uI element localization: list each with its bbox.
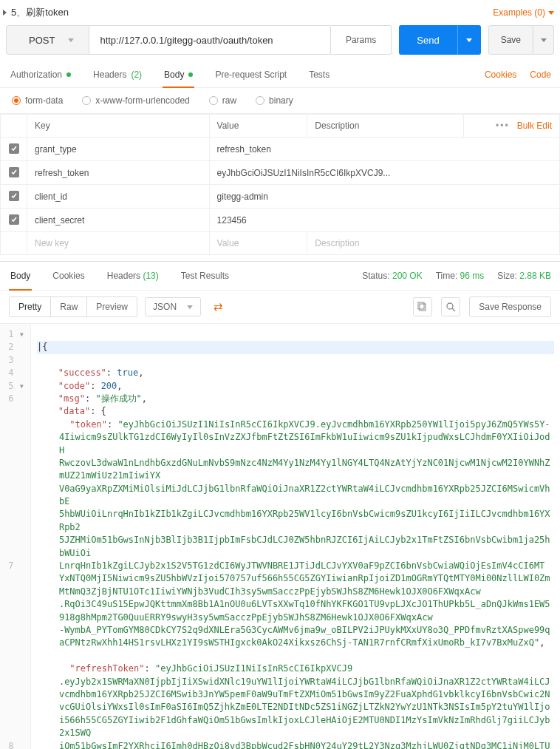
tab-tests[interactable]: Tests <box>307 62 331 87</box>
form-data-table: Key Value Description ••• Bulk Edit gran… <box>0 114 560 255</box>
chevron-down-icon <box>68 38 74 42</box>
resp-tab-body[interactable]: Body <box>9 262 32 290</box>
save-response-button[interactable]: Save Response <box>469 296 551 317</box>
tab-body[interactable]: Body <box>163 62 194 87</box>
table-row[interactable]: refresh_token eyJhbGciOiJSUzI1NiIsInR5cC… <box>1 161 560 185</box>
tab-prerequest[interactable]: Pre-request Script <box>214 62 288 87</box>
status-dot-icon <box>188 72 193 77</box>
table-row[interactable]: grant_type refresh_token <box>1 138 560 161</box>
wrap-lines-icon[interactable]: ⇄ <box>208 297 228 316</box>
checkbox[interactable] <box>9 143 19 154</box>
resp-tab-headers[interactable]: Headers (13) <box>106 262 160 290</box>
code-content: |{ "success": true, "code": 200, "msg": … <box>31 324 560 749</box>
table-row[interactable]: client_secret 123456 <box>1 209 560 232</box>
chevron-down-icon <box>466 38 472 42</box>
table-row[interactable]: client_id gitegg-admin <box>1 185 560 209</box>
response-body[interactable]: 1 ▾ 2 3 4 5 ▾ 6 7 8 9 10 11 12 13 14 |{ … <box>0 324 560 749</box>
resp-tab-cookies[interactable]: Cookies <box>51 262 86 290</box>
col-key: Key <box>27 115 210 138</box>
radio-raw[interactable]: raw <box>209 95 236 106</box>
svg-rect-0 <box>420 304 426 311</box>
bulk-edit-link[interactable]: Bulk Edit <box>517 121 552 131</box>
code-link[interactable]: Code <box>530 70 551 80</box>
more-icon[interactable]: ••• <box>496 121 510 131</box>
copy-icon[interactable] <box>413 297 432 316</box>
chevron-down-icon <box>541 38 547 42</box>
search-icon[interactable] <box>441 297 460 316</box>
col-desc: Description <box>307 115 464 138</box>
table-row-new[interactable]: New key Value Description <box>1 232 560 255</box>
size-label: Size: 2.88 KB <box>497 271 551 281</box>
chevron-down-icon <box>187 305 193 309</box>
checkbox[interactable] <box>9 191 19 201</box>
save-dropdown[interactable] <box>533 25 554 55</box>
time-label: Time: 96 ms <box>436 271 485 281</box>
examples-dropdown[interactable]: Examples (0) <box>493 7 554 18</box>
svg-line-3 <box>452 308 455 311</box>
view-pretty[interactable]: Pretty <box>10 297 51 316</box>
url-input[interactable]: http://127.0.0.1/gitegg-oauth/oauth/toke… <box>89 25 331 55</box>
collapse-toggle[interactable] <box>3 10 7 16</box>
status-label: Status: 200 OK <box>362 271 422 281</box>
status-dot-icon <box>66 72 71 77</box>
checkbox[interactable] <box>9 167 19 177</box>
send-button[interactable]: Send <box>399 25 457 55</box>
radio-binary[interactable]: binary <box>256 95 293 106</box>
view-mode-toggle: Pretty Raw Preview <box>9 296 137 317</box>
save-button[interactable]: Save <box>488 25 533 55</box>
view-raw[interactable]: Raw <box>51 297 87 316</box>
svg-point-2 <box>447 303 453 309</box>
checkbox[interactable] <box>9 214 19 225</box>
tab-headers[interactable]: Headers(2) <box>92 62 143 87</box>
resp-tab-tests[interactable]: Test Results <box>180 262 231 290</box>
params-button[interactable]: Params <box>331 25 392 55</box>
view-preview[interactable]: Preview <box>87 297 137 316</box>
method-select[interactable]: POST <box>6 25 89 55</box>
radio-xwww[interactable]: x-www-form-urlencoded <box>82 95 189 106</box>
request-title: 5、刷新token <box>11 6 69 19</box>
format-select[interactable]: JSON <box>145 297 201 316</box>
chevron-down-icon <box>548 11 554 15</box>
cookies-link[interactable]: Cookies <box>485 70 516 80</box>
svg-rect-1 <box>418 302 424 309</box>
line-gutter: 1 ▾ 2 3 4 5 ▾ 6 7 8 9 10 11 12 13 14 <box>0 324 31 749</box>
col-value: Value <box>209 115 307 138</box>
tab-authorization[interactable]: Authorization <box>9 62 72 87</box>
send-dropdown[interactable] <box>457 25 481 55</box>
radio-form-data[interactable]: form-data <box>12 95 63 106</box>
